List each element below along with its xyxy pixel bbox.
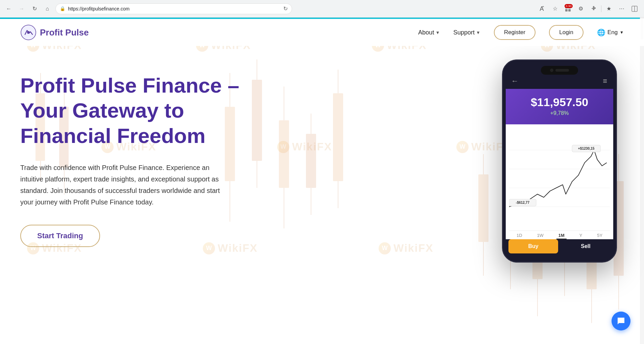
back-button[interactable]: ←: [4, 4, 14, 14]
refresh-button[interactable]: ↻: [30, 4, 39, 14]
settings-button[interactable]: ⚙: [575, 3, 586, 14]
phone-change: +9,78%: [512, 110, 606, 116]
chat-bubble[interactable]: [612, 312, 630, 330]
page-wrapper: W WikiFX W WikiFX W WikiFX W WikiFX W Wi…: [0, 19, 644, 344]
price-chart: +$1230,15 -$612,77: [509, 128, 610, 229]
tab-y[interactable]: Y: [577, 232, 585, 239]
hero-subtitle: Trade with confidence with Profit Pulse …: [20, 162, 223, 208]
hero-section: Profit Pulse Finance – Your Gateway to F…: [0, 46, 644, 337]
browser-actions: A ̂ ☆ 0.90 ⚙ ★ ⋯: [537, 3, 640, 14]
split-view-icon: [631, 5, 638, 12]
about-dropdown-arrow: ▼: [435, 30, 440, 35]
svg-text:+$1230,15: +$1230,15: [578, 147, 595, 150]
reload-icon: ↻: [283, 5, 288, 12]
phone-back-icon: ←: [511, 77, 519, 85]
phone-chart-area: +$1230,15 -$612,77 1D 1W 1M Y 5Y: [506, 124, 613, 239]
logo-icon: [20, 24, 37, 41]
puzzle-button[interactable]: [588, 3, 599, 14]
more-button[interactable]: ⋯: [616, 3, 627, 14]
hero-title: Profit Pulse Finance – Your Gateway to F…: [20, 73, 257, 148]
language-selector[interactable]: 🌐 Eng ▼: [597, 28, 624, 36]
svg-text:-$612,77: -$612,77: [516, 201, 530, 204]
split-view-button[interactable]: [629, 3, 640, 14]
favorites-star-button[interactable]: ★: [603, 3, 614, 14]
browser-chrome: ← → ↻ ⌂ 🔒 https://profitpulsefinance.com…: [0, 0, 644, 18]
forward-button[interactable]: →: [17, 4, 26, 14]
nav-divider: [601, 5, 601, 12]
lock-icon: 🔒: [60, 6, 65, 11]
register-button[interactable]: Register: [494, 25, 535, 40]
phone-mockup: ← ≡ $11,957.50 +9,78%: [502, 59, 617, 263]
support-link[interactable]: Support ▼: [453, 29, 480, 36]
badge: 0.90: [565, 4, 573, 8]
tab-1d[interactable]: 1D: [515, 232, 524, 239]
url-text: https://profitpulsefinance.com: [68, 6, 281, 11]
lang-label: Eng: [607, 29, 618, 36]
home-button[interactable]: ⌂: [43, 4, 52, 14]
phone-menu-icon: ≡: [603, 77, 608, 85]
puzzle-icon: [590, 5, 597, 12]
svg-point-33: [27, 31, 30, 34]
favorite-button[interactable]: ☆: [550, 3, 560, 14]
tab-1m[interactable]: 1M: [556, 232, 567, 239]
support-dropdown-arrow: ▼: [476, 30, 480, 35]
chat-icon: [616, 316, 626, 326]
start-trading-button[interactable]: Start Trading: [20, 225, 100, 247]
hero-right: ← ≡ $11,957.50 +9,78%: [495, 59, 624, 263]
lang-dropdown-arrow: ▼: [620, 30, 624, 35]
svg-rect-3: [568, 9, 571, 11]
globe-icon: 🌐: [597, 28, 605, 36]
reading-mode-button[interactable]: A ̂: [537, 3, 548, 14]
svg-rect-2: [565, 9, 568, 11]
phone-header: $11,957.50 +9,78%: [506, 89, 613, 124]
navbar: Profit Pulse About ▼ Support ▼ Register …: [0, 19, 644, 46]
logo-area[interactable]: Profit Pulse: [20, 24, 89, 41]
address-bar[interactable]: 🔒 https://profitpulsefinance.com ↻: [55, 3, 292, 14]
tab-5y[interactable]: 5Y: [595, 232, 604, 239]
extensions-button[interactable]: 0.90: [563, 3, 573, 14]
phone-balance: $11,957.50: [512, 96, 606, 109]
login-button[interactable]: Login: [549, 25, 583, 40]
tab-1w[interactable]: 1W: [535, 232, 546, 239]
about-link[interactable]: About ▼: [418, 29, 440, 36]
nav-links: About ▼ Support ▼ Register Login 🌐 Eng ▼: [418, 25, 624, 40]
logo-text: Profit Pulse: [40, 27, 89, 38]
hero-left: Profit Pulse Finance – Your Gateway to F…: [20, 66, 257, 247]
